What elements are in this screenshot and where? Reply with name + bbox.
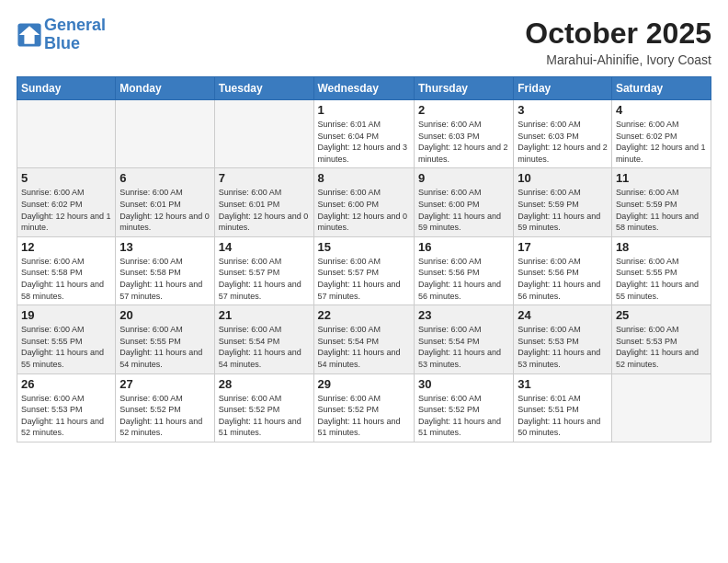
day-cell: 26Sunrise: 6:00 AM Sunset: 5:53 PM Dayli… — [17, 373, 116, 442]
day-number: 20 — [119, 308, 210, 322]
day-cell: 21Sunrise: 6:00 AM Sunset: 5:54 PM Dayli… — [214, 305, 313, 373]
day-info: Sunrise: 6:00 AM Sunset: 5:52 PM Dayligh… — [219, 393, 310, 439]
day-number: 29 — [318, 377, 410, 391]
day-cell: 12Sunrise: 6:00 AM Sunset: 5:58 PM Dayli… — [17, 236, 116, 304]
day-info: Sunrise: 6:00 AM Sunset: 5:52 PM Dayligh… — [119, 393, 210, 439]
day-cell — [214, 100, 313, 168]
day-number: 10 — [518, 171, 608, 185]
weekday-header-tuesday: Tuesday — [214, 77, 313, 100]
day-cell: 2Sunrise: 6:00 AM Sunset: 6:03 PM Daylig… — [414, 100, 513, 168]
day-cell: 30Sunrise: 6:00 AM Sunset: 5:52 PM Dayli… — [414, 373, 513, 442]
day-info: Sunrise: 6:01 AM Sunset: 5:51 PM Dayligh… — [518, 393, 608, 439]
day-number: 22 — [318, 308, 410, 322]
day-cell: 17Sunrise: 6:00 AM Sunset: 5:56 PM Dayli… — [514, 236, 612, 304]
day-number: 15 — [318, 240, 410, 254]
day-info: Sunrise: 6:00 AM Sunset: 5:52 PM Dayligh… — [418, 393, 509, 439]
weekday-header-monday: Monday — [116, 77, 214, 100]
day-number: 25 — [616, 308, 707, 322]
day-number: 13 — [119, 240, 210, 254]
day-number: 4 — [616, 103, 707, 117]
day-cell: 15Sunrise: 6:00 AM Sunset: 5:57 PM Dayli… — [313, 236, 414, 304]
day-number: 5 — [21, 171, 111, 185]
page: General Blue October 2025 Marahui-Ahinif… — [0, 0, 728, 563]
day-cell: 24Sunrise: 6:00 AM Sunset: 5:53 PM Dayli… — [514, 305, 612, 373]
day-info: Sunrise: 6:00 AM Sunset: 5:56 PM Dayligh… — [418, 256, 509, 302]
day-number: 1 — [318, 103, 410, 117]
logo: General Blue — [17, 17, 106, 53]
day-cell: 11Sunrise: 6:00 AM Sunset: 5:59 PM Dayli… — [611, 168, 711, 236]
day-cell: 20Sunrise: 6:00 AM Sunset: 5:55 PM Dayli… — [116, 305, 214, 373]
day-info: Sunrise: 6:00 AM Sunset: 5:59 PM Dayligh… — [616, 187, 707, 233]
day-info: Sunrise: 6:00 AM Sunset: 5:53 PM Dayligh… — [616, 324, 707, 370]
day-info: Sunrise: 6:00 AM Sunset: 6:02 PM Dayligh… — [21, 187, 111, 233]
day-cell: 5Sunrise: 6:00 AM Sunset: 6:02 PM Daylig… — [17, 168, 116, 236]
day-number: 31 — [518, 377, 608, 391]
day-cell: 4Sunrise: 6:00 AM Sunset: 6:02 PM Daylig… — [611, 100, 711, 168]
day-number: 12 — [21, 240, 111, 254]
day-info: Sunrise: 6:00 AM Sunset: 6:01 PM Dayligh… — [219, 187, 310, 233]
logo-line1: General — [44, 16, 106, 34]
logo-text: General Blue — [44, 17, 106, 53]
day-cell: 19Sunrise: 6:00 AM Sunset: 5:55 PM Dayli… — [17, 305, 116, 373]
week-row-2: 5Sunrise: 6:00 AM Sunset: 6:02 PM Daylig… — [17, 168, 711, 236]
logo-icon — [17, 22, 42, 48]
day-info: Sunrise: 6:00 AM Sunset: 5:54 PM Dayligh… — [219, 324, 310, 370]
day-cell — [17, 100, 116, 168]
day-number: 19 — [21, 308, 111, 322]
day-number: 14 — [219, 240, 310, 254]
day-cell: 10Sunrise: 6:00 AM Sunset: 5:59 PM Dayli… — [514, 168, 612, 236]
weekday-header-row: SundayMondayTuesdayWednesdayThursdayFrid… — [17, 77, 711, 100]
day-info: Sunrise: 6:00 AM Sunset: 5:54 PM Dayligh… — [418, 324, 509, 370]
day-info: Sunrise: 6:00 AM Sunset: 6:03 PM Dayligh… — [418, 119, 509, 165]
day-info: Sunrise: 6:00 AM Sunset: 5:52 PM Dayligh… — [318, 393, 410, 439]
day-number: 26 — [21, 377, 111, 391]
day-number: 28 — [219, 377, 310, 391]
weekday-header-friday: Friday — [514, 77, 612, 100]
day-info: Sunrise: 6:00 AM Sunset: 5:58 PM Dayligh… — [21, 256, 111, 302]
month-year: October 2025 — [525, 17, 711, 51]
day-info: Sunrise: 6:00 AM Sunset: 6:02 PM Dayligh… — [616, 119, 707, 165]
day-info: Sunrise: 6:00 AM Sunset: 6:03 PM Dayligh… — [518, 119, 608, 165]
day-cell: 7Sunrise: 6:00 AM Sunset: 6:01 PM Daylig… — [214, 168, 313, 236]
day-number: 3 — [518, 103, 608, 117]
day-number: 2 — [418, 103, 509, 117]
day-number: 30 — [418, 377, 509, 391]
day-number: 17 — [518, 240, 608, 254]
day-info: Sunrise: 6:00 AM Sunset: 5:59 PM Dayligh… — [518, 187, 608, 233]
day-info: Sunrise: 6:00 AM Sunset: 5:54 PM Dayligh… — [318, 324, 410, 370]
day-info: Sunrise: 6:00 AM Sunset: 5:55 PM Dayligh… — [21, 324, 111, 370]
day-cell: 6Sunrise: 6:00 AM Sunset: 6:01 PM Daylig… — [116, 168, 214, 236]
day-info: Sunrise: 6:01 AM Sunset: 6:04 PM Dayligh… — [318, 119, 410, 165]
day-info: Sunrise: 6:00 AM Sunset: 5:53 PM Dayligh… — [518, 324, 608, 370]
weekday-header-wednesday: Wednesday — [313, 77, 414, 100]
week-row-5: 26Sunrise: 6:00 AM Sunset: 5:53 PM Dayli… — [17, 373, 711, 442]
week-row-1: 1Sunrise: 6:01 AM Sunset: 6:04 PM Daylig… — [17, 100, 711, 168]
day-cell — [116, 100, 214, 168]
day-info: Sunrise: 6:00 AM Sunset: 5:56 PM Dayligh… — [518, 256, 608, 302]
day-info: Sunrise: 6:00 AM Sunset: 5:55 PM Dayligh… — [119, 324, 210, 370]
week-row-3: 12Sunrise: 6:00 AM Sunset: 5:58 PM Dayli… — [17, 236, 711, 304]
day-info: Sunrise: 6:00 AM Sunset: 6:00 PM Dayligh… — [318, 187, 410, 233]
day-number: 18 — [616, 240, 707, 254]
day-number: 16 — [418, 240, 509, 254]
day-cell: 14Sunrise: 6:00 AM Sunset: 5:57 PM Dayli… — [214, 236, 313, 304]
day-cell: 23Sunrise: 6:00 AM Sunset: 5:54 PM Dayli… — [414, 305, 513, 373]
day-info: Sunrise: 6:00 AM Sunset: 6:01 PM Dayligh… — [119, 187, 210, 233]
weekday-header-thursday: Thursday — [414, 77, 513, 100]
weekday-header-saturday: Saturday — [611, 77, 711, 100]
day-number: 6 — [119, 171, 210, 185]
day-info: Sunrise: 6:00 AM Sunset: 5:58 PM Dayligh… — [119, 256, 210, 302]
day-info: Sunrise: 6:00 AM Sunset: 5:57 PM Dayligh… — [219, 256, 310, 302]
day-cell: 1Sunrise: 6:01 AM Sunset: 6:04 PM Daylig… — [313, 100, 414, 168]
day-cell: 18Sunrise: 6:00 AM Sunset: 5:55 PM Dayli… — [611, 236, 711, 304]
title-block: October 2025 Marahui-Ahinifie, Ivory Coa… — [525, 17, 711, 67]
logo-line2: Blue — [44, 34, 80, 52]
day-number: 11 — [616, 171, 707, 185]
day-info: Sunrise: 6:00 AM Sunset: 5:53 PM Dayligh… — [21, 393, 111, 439]
day-number: 23 — [418, 308, 509, 322]
header: General Blue October 2025 Marahui-Ahinif… — [17, 17, 711, 67]
day-cell: 9Sunrise: 6:00 AM Sunset: 6:00 PM Daylig… — [414, 168, 513, 236]
day-number: 24 — [518, 308, 608, 322]
day-info: Sunrise: 6:00 AM Sunset: 5:55 PM Dayligh… — [616, 256, 707, 302]
day-cell: 25Sunrise: 6:00 AM Sunset: 5:53 PM Dayli… — [611, 305, 711, 373]
